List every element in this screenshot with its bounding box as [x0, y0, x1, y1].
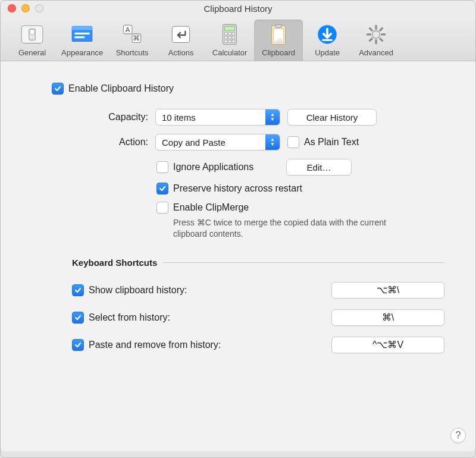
svg-rect-19 — [232, 36, 234, 39]
as-plain-text-label: As Plain Text — [304, 137, 359, 148]
svg-line-33 — [370, 29, 372, 31]
keyboard-icon: A⌘ — [120, 23, 145, 46]
zoom-window-button[interactable] — [35, 4, 43, 12]
tab-update[interactable]: Update — [303, 20, 352, 61]
tab-label: Calculator — [212, 48, 248, 57]
clipmerge-hint: Press ⌘C twice to merge the copied data … — [173, 217, 399, 240]
edit-ignored-apps-button[interactable]: Edit… — [286, 159, 352, 175]
select-from-history-shortcut[interactable]: ⌘\ — [331, 309, 444, 326]
svg-rect-17 — [225, 36, 227, 39]
action-select[interactable]: Copy and Paste ▲▼ — [155, 134, 280, 150]
svg-rect-20 — [225, 40, 227, 42]
svg-text:A: A — [126, 26, 130, 33]
tab-label: Actions — [168, 48, 194, 57]
window-controls — [8, 4, 43, 12]
clipboard-icon — [266, 23, 291, 46]
ignore-applications-checkbox[interactable] — [156, 161, 168, 173]
svg-rect-22 — [232, 40, 234, 42]
svg-rect-4 — [72, 26, 92, 30]
enable-clipboard-history-checkbox[interactable] — [52, 83, 64, 95]
svg-rect-15 — [228, 33, 231, 35]
svg-rect-14 — [225, 33, 227, 35]
preserve-history-checkbox[interactable] — [156, 183, 168, 195]
capacity-label: Capacity: — [54, 112, 155, 123]
tab-appearance[interactable]: Appearance — [57, 20, 108, 61]
svg-rect-16 — [232, 33, 234, 35]
tab-general[interactable]: General — [8, 20, 57, 61]
calculator-icon — [217, 23, 242, 46]
help-button[interactable]: ? — [450, 428, 466, 443]
close-window-button[interactable] — [8, 4, 16, 12]
svg-point-28 — [372, 31, 380, 39]
svg-rect-24 — [275, 24, 281, 27]
return-icon — [168, 23, 193, 46]
show-clipboard-history-shortcut[interactable]: ⌥⌘\ — [331, 282, 444, 299]
capacity-select[interactable]: 10 items ▲▼ — [155, 109, 280, 126]
svg-line-35 — [370, 39, 372, 41]
enable-clipmerge-checkbox[interactable] — [156, 202, 168, 214]
capacity-value: 10 items — [156, 112, 265, 123]
action-value: Copy and Paste — [156, 137, 265, 148]
preserve-history-label: Preserve history across restart — [173, 183, 302, 194]
stepper-icon: ▲▼ — [265, 109, 280, 125]
titlebar: Clipboard History — [1, 1, 475, 16]
svg-line-36 — [380, 29, 383, 31]
show-clipboard-history-checkbox[interactable] — [72, 284, 84, 296]
as-plain-text-checkbox[interactable] — [287, 136, 299, 148]
paste-remove-history-label: Paste and remove from history: — [89, 340, 331, 350]
minimize-window-button[interactable] — [21, 4, 30, 12]
switch-icon — [20, 23, 45, 46]
show-clipboard-history-label: Show clipboard history: — [89, 285, 331, 296]
tab-shortcuts[interactable]: A⌘ Shortcuts — [108, 20, 156, 61]
svg-text:⌘: ⌘ — [133, 35, 140, 42]
paste-remove-history-shortcut[interactable]: ^⌥⌘V — [331, 337, 444, 353]
stepper-icon: ▲▼ — [265, 134, 280, 150]
enable-clipmerge-label: Enable ClipMerge — [173, 202, 249, 213]
tab-label: Advanced — [359, 48, 393, 57]
tab-calculator[interactable]: Calculator — [205, 20, 254, 61]
select-from-history-label: Select from history: — [89, 312, 331, 323]
preferences-toolbar: General Appearance A⌘ Shortcuts Actions … — [1, 16, 475, 61]
svg-rect-6 — [74, 36, 84, 38]
keyboard-shortcuts-title: Keyboard Shortcuts — [72, 258, 163, 268]
download-icon — [315, 23, 340, 46]
svg-rect-5 — [74, 33, 89, 34]
svg-rect-13 — [225, 26, 235, 30]
svg-rect-21 — [228, 40, 231, 42]
svg-rect-18 — [228, 36, 231, 39]
svg-rect-2 — [30, 30, 34, 34]
tab-label: Shortcuts — [116, 48, 149, 57]
select-from-history-checkbox[interactable] — [72, 312, 84, 324]
tab-label: Appearance — [61, 48, 103, 57]
clear-history-button[interactable]: Clear History — [287, 109, 377, 126]
paste-remove-history-checkbox[interactable] — [72, 339, 84, 351]
window-icon — [70, 23, 95, 46]
action-label: Action: — [54, 137, 155, 148]
enable-clipboard-history-label: Enable Clipboard History — [68, 83, 174, 94]
keyboard-shortcuts-header: Keyboard Shortcuts — [72, 258, 444, 268]
svg-line-34 — [380, 39, 383, 41]
tab-actions[interactable]: Actions — [156, 20, 205, 61]
tab-label: Update — [315, 48, 340, 57]
tab-label: Clipboard — [262, 48, 295, 57]
ignore-applications-label: Ignore Applications — [173, 162, 286, 172]
tab-label: General — [18, 48, 46, 57]
tab-clipboard[interactable]: Clipboard — [254, 20, 303, 61]
clipboard-panel: Enable Clipboard History Capacity: 10 it… — [1, 61, 475, 451]
window-title: Clipboard History — [1, 4, 475, 14]
gear-icon — [364, 23, 389, 46]
tab-advanced[interactable]: Advanced — [352, 20, 400, 61]
